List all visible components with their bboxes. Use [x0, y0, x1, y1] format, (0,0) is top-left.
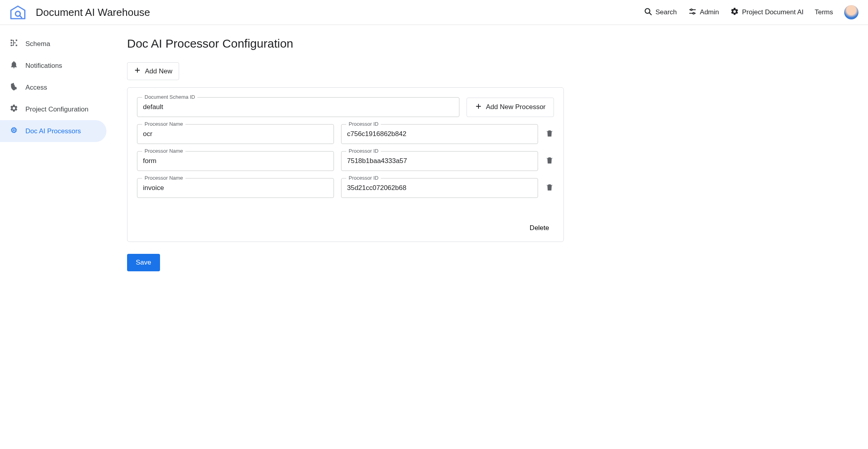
svg-rect-4 — [11, 40, 12, 41]
processor-name-input[interactable] — [143, 157, 328, 165]
admin-button[interactable]: Admin — [688, 7, 719, 18]
svg-rect-8 — [16, 45, 17, 46]
terms-label: Terms — [815, 8, 833, 16]
tune-icon — [688, 7, 697, 18]
svg-point-3 — [692, 12, 694, 14]
field-label: Processor ID — [346, 175, 381, 181]
sidebar-item-label: Project Configuration — [25, 106, 89, 113]
document-schema-id-input[interactable] — [143, 103, 453, 111]
svg-rect-11 — [13, 129, 15, 131]
trash-icon[interactable] — [545, 182, 554, 194]
terms-button[interactable]: Terms — [815, 8, 833, 16]
search-button[interactable]: Search — [644, 7, 677, 18]
plus-icon — [134, 67, 141, 76]
sidebar: Schema Notifications Access Project Conf… — [0, 25, 111, 283]
gear-icon — [10, 104, 18, 115]
svg-rect-7 — [16, 40, 17, 41]
shield-add-icon — [10, 82, 18, 93]
document-schema-id-field: Document Schema ID — [137, 97, 459, 117]
processor-name-input[interactable] — [143, 130, 328, 138]
avatar[interactable] — [844, 5, 858, 19]
processor-config-card: Document Schema ID Add New Processor Pro… — [127, 87, 564, 242]
sidebar-item-label: Doc AI Processors — [25, 127, 81, 135]
add-new-button[interactable]: Add New — [127, 62, 179, 80]
trash-icon[interactable] — [545, 155, 554, 167]
schema-icon — [10, 38, 18, 49]
svg-rect-6 — [11, 45, 12, 46]
trash-icon[interactable] — [545, 129, 554, 140]
add-new-label: Add New — [145, 67, 172, 75]
processor-id-field: Processor ID — [341, 178, 538, 198]
sidebar-item-label: Notifications — [25, 62, 62, 70]
svg-point-1 — [645, 8, 650, 13]
sidebar-item-notifications[interactable]: Notifications — [0, 55, 106, 77]
project-button[interactable]: Project Document AI — [730, 7, 804, 18]
field-label: Processor ID — [346, 121, 381, 127]
cpu-icon — [10, 126, 18, 136]
search-icon — [644, 7, 652, 18]
processor-row: Processor Name Processor ID — [137, 151, 554, 171]
field-label: Processor Name — [142, 175, 185, 181]
field-label: Processor Name — [142, 148, 185, 154]
delete-button[interactable]: Delete — [525, 221, 554, 235]
search-label: Search — [656, 8, 677, 16]
svg-rect-5 — [11, 42, 12, 44]
project-label: Project Document AI — [742, 8, 804, 16]
sidebar-item-project-config[interactable]: Project Configuration — [0, 98, 106, 120]
page-title: Doc AI Processor Configuration — [127, 37, 564, 50]
processor-id-field: Processor ID — [341, 151, 538, 171]
processor-name-field: Processor Name — [137, 178, 334, 198]
sidebar-item-label: Schema — [25, 40, 50, 48]
add-new-processor-label: Add New Processor — [486, 103, 546, 111]
processor-row: Processor Name Processor ID — [137, 124, 554, 144]
svg-point-2 — [691, 9, 692, 10]
warehouse-logo — [10, 5, 26, 20]
processor-id-field: Processor ID — [341, 124, 538, 144]
app-header: Document AI Warehouse Search Admin Proje… — [0, 0, 868, 25]
main-content: Doc AI Processor Configuration Add New D… — [111, 25, 588, 283]
sidebar-item-schema[interactable]: Schema — [0, 33, 106, 55]
add-new-processor-button[interactable]: Add New Processor — [467, 98, 554, 117]
plus-icon — [475, 103, 482, 112]
processor-row: Processor Name Processor ID — [137, 178, 554, 198]
field-label: Processor ID — [346, 148, 381, 154]
processor-name-input[interactable] — [143, 184, 328, 192]
processor-id-input[interactable] — [347, 130, 532, 138]
processor-id-input[interactable] — [347, 184, 532, 192]
gear-icon — [730, 7, 739, 18]
save-button[interactable]: Save — [127, 254, 160, 271]
admin-label: Admin — [700, 8, 719, 16]
sidebar-item-docai-processors[interactable]: Doc AI Processors — [0, 120, 106, 142]
app-title: Document AI Warehouse — [36, 6, 637, 19]
processor-name-field: Processor Name — [137, 151, 334, 171]
sidebar-item-label: Access — [25, 84, 47, 92]
field-label: Document Schema ID — [142, 94, 197, 100]
processor-id-input[interactable] — [347, 157, 532, 165]
field-label: Processor Name — [142, 121, 185, 127]
bell-icon — [10, 60, 18, 71]
processor-name-field: Processor Name — [137, 124, 334, 144]
sidebar-item-access[interactable]: Access — [0, 77, 106, 98]
